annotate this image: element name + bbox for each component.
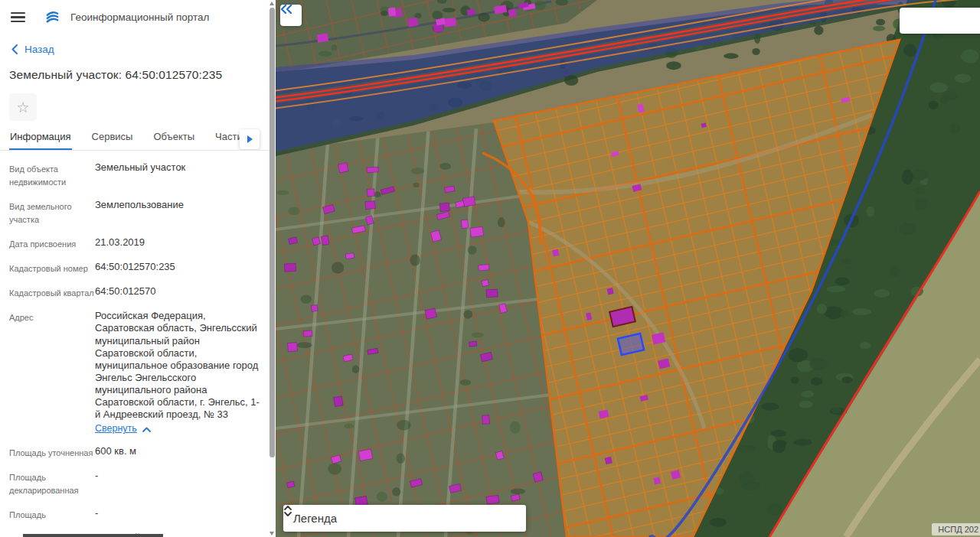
chevron-up-icon (142, 427, 151, 432)
info-row: Площадь - (9, 507, 260, 522)
triangle-right-icon (247, 135, 253, 143)
scroll-down-arrow[interactable] (270, 532, 274, 535)
tab-objects[interactable]: Объекты (152, 128, 195, 150)
info-row: Кадастровый квартал 64:50:012570 (9, 285, 260, 300)
map-attribution: НСПД 202 (932, 523, 980, 535)
unfold-more-icon (283, 505, 292, 517)
collapse-address-link[interactable]: Свернуть (95, 423, 151, 435)
favorite-button[interactable]: ☆ (9, 93, 37, 121)
scrollbar-thumb[interactable] (270, 8, 275, 457)
tabs-scroll-right-button[interactable] (240, 129, 260, 149)
back-label: Назад (24, 44, 54, 55)
chevron-left-icon (11, 44, 18, 54)
tab-bar: Информация Сервисы Объекты Части ЗУ Сост… (0, 128, 269, 151)
geoportal-page: Легенда НСПД 202 Геоинформационный порта… (0, 0, 980, 537)
app-header: Геоинформационный портал (0, 0, 269, 29)
app-title: Геоинформационный портал (70, 11, 209, 23)
info-row: Дата присвоения 21.03.2019 (9, 236, 260, 251)
info-row: Вид объекта недвижимости Земельный участ… (9, 161, 260, 189)
info-row: Вид земельного участка Землепользование (9, 199, 260, 226)
star-icon: ☆ (16, 99, 29, 116)
info-row: Площадь уточненная 600 кв. м (9, 445, 260, 460)
map-canvas[interactable] (276, 0, 980, 537)
collapse-sidebar-button[interactable] (280, 5, 302, 26)
info-row: Площадь декларированная - (9, 470, 260, 497)
info-row-address: Адрес Российская Федерация, Саратовская … (9, 310, 260, 434)
scroll-up-arrow[interactable] (270, 2, 274, 5)
map-search-box[interactable] (900, 8, 980, 34)
back-button[interactable]: Назад (11, 44, 258, 55)
vertical-scrollbar[interactable] (269, 0, 276, 537)
address-text: Российская Федерация, Саратовская област… (95, 310, 260, 420)
tab-information[interactable]: Информация (9, 128, 72, 150)
map-panel: Легенда НСПД 202 (276, 0, 980, 537)
double-chevron-left-icon (280, 5, 292, 14)
legend-label: Легенда (293, 512, 337, 525)
menu-icon[interactable] (11, 12, 25, 23)
horizontal-scrollbar-thumb[interactable] (23, 534, 163, 537)
tab-services[interactable]: Сервисы (91, 128, 134, 150)
info-rows: Вид объекта недвижимости Земельный участ… (0, 151, 269, 534)
info-row: Кадастровый номер 64:50:012570:235 (9, 261, 260, 275)
legend-dropdown[interactable]: Легенда (283, 505, 526, 532)
app-logo-icon (45, 10, 60, 24)
info-sidebar: Геоинформационный портал Назад Земельный… (0, 0, 276, 537)
page-title: Земельный участок: 64:50:012570:235 (9, 68, 260, 82)
map-search-input[interactable] (900, 8, 980, 34)
